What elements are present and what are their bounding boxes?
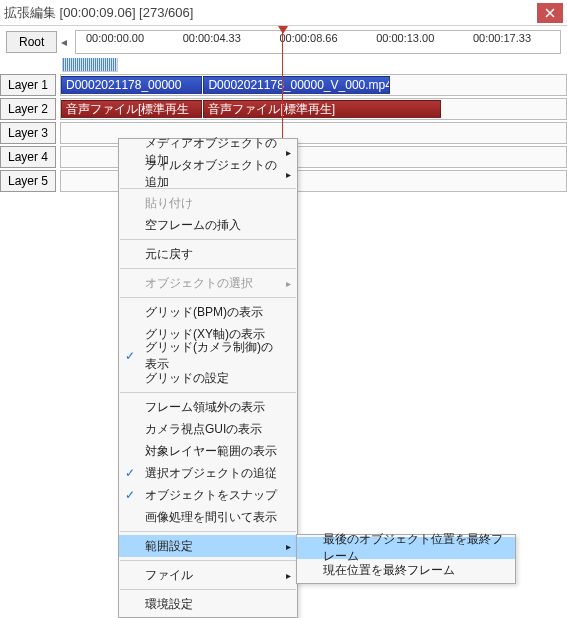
audio-clip[interactable]: 音声ファイル[標準再生] <box>203 100 440 118</box>
track-row: Layer 2 音声ファイル[標準再生 音声ファイル[標準再生] <box>0 98 567 120</box>
menu-separator <box>120 268 296 269</box>
menu-range-settings[interactable]: 範囲設定 <box>119 535 297 557</box>
track-body[interactable]: D0002021178_00000 D0002021178_00000_V_00… <box>60 74 567 96</box>
track-row: Layer 1 D0002021178_00000 D0002021178_00… <box>0 74 567 96</box>
check-icon: ✓ <box>125 488 135 502</box>
menu-follow-selection[interactable]: ✓選択オブジェクトの追従 <box>119 462 297 484</box>
layer-label[interactable]: Layer 1 <box>0 74 56 96</box>
scroll-left-icon[interactable]: ◂ <box>57 35 71 49</box>
menu-environment[interactable]: 環境設定 <box>119 593 297 615</box>
timeline-ruler[interactable]: 00:00:00.00 00:00:04.33 00:00:08.66 00:0… <box>75 30 561 54</box>
menu-separator <box>120 531 296 532</box>
menu-separator <box>120 560 296 561</box>
window-title: 拡張編集 [00:00:09.06] [273/606] <box>4 4 193 22</box>
menu-layer-range[interactable]: 対象レイヤー範囲の表示 <box>119 440 297 462</box>
menu-frame-outside[interactable]: フレーム領域外の表示 <box>119 396 297 418</box>
layer-label[interactable]: Layer 4 <box>0 146 56 168</box>
tick-label: 00:00:08.66 <box>279 32 337 44</box>
menu-grid-bpm[interactable]: グリッド(BPM)の表示 <box>119 301 297 323</box>
menu-file[interactable]: ファイル <box>119 564 297 586</box>
video-clip[interactable]: D0002021178_00000_V_000.mp4 <box>203 76 390 94</box>
layer-label[interactable]: Layer 3 <box>0 122 56 144</box>
menu-grid-settings[interactable]: グリッドの設定 <box>119 367 297 389</box>
menu-separator <box>120 392 296 393</box>
toolbar: Root ◂ 00:00:00.00 00:00:04.33 00:00:08.… <box>0 26 567 58</box>
submenu-range: 最後のオブジェクト位置を最終フレーム 現在位置を最終フレーム <box>296 534 516 584</box>
audio-clip[interactable]: 音声ファイル[標準再生 <box>61 100 202 118</box>
menu-insert-empty[interactable]: 空フレームの挿入 <box>119 214 297 236</box>
menu-separator <box>120 239 296 240</box>
tick-label: 00:00:13.00 <box>376 32 434 44</box>
menu-add-filter[interactable]: フィルタオブジェクトの追加 <box>119 163 297 185</box>
check-icon: ✓ <box>125 466 135 480</box>
root-button[interactable]: Root <box>6 31 57 53</box>
tick-label: 00:00:00.00 <box>86 32 144 44</box>
menu-paste[interactable]: 貼り付け <box>119 192 297 214</box>
close-icon <box>545 8 555 18</box>
tick-label: 00:00:04.33 <box>183 32 241 44</box>
menu-snap-object[interactable]: ✓オブジェクトをスナップ <box>119 484 297 506</box>
menu-undo[interactable]: 元に戻す <box>119 243 297 265</box>
menu-thin-image[interactable]: 画像処理を間引いて表示 <box>119 506 297 528</box>
video-clip[interactable]: D0002021178_00000 <box>61 76 202 94</box>
check-icon: ✓ <box>125 349 135 363</box>
menu-select-object[interactable]: オブジェクトの選択 <box>119 272 297 294</box>
layer-label[interactable]: Layer 5 <box>0 170 56 192</box>
submenu-last-object-frame[interactable]: 最後のオブジェクト位置を最終フレーム <box>297 537 515 559</box>
menu-separator <box>120 589 296 590</box>
tick-label: 00:00:17.33 <box>473 32 531 44</box>
context-menu: メディアオブジェクトの追加 フィルタオブジェクトの追加 貼り付け 空フレームの挿… <box>118 138 298 618</box>
close-button[interactable] <box>537 3 563 23</box>
waveform-overview[interactable] <box>62 58 118 72</box>
menu-separator <box>120 297 296 298</box>
titlebar: 拡張編集 [00:00:09.06] [273/606] <box>0 0 567 26</box>
menu-camera-gui[interactable]: カメラ視点GUIの表示 <box>119 418 297 440</box>
menu-grid-camera[interactable]: ✓グリッド(カメラ制御)の表示 <box>119 345 297 367</box>
layer-label[interactable]: Layer 2 <box>0 98 56 120</box>
track-body[interactable]: 音声ファイル[標準再生 音声ファイル[標準再生] <box>60 98 567 120</box>
